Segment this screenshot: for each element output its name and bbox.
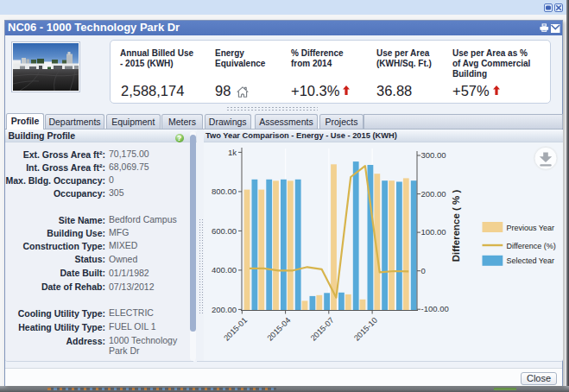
- svg-text:400.00: 400.00: [212, 265, 237, 275]
- svg-text:-100.00: -100.00: [421, 304, 449, 313]
- svg-text:0: 0: [421, 266, 426, 275]
- svg-text:Difference ( % ): Difference ( % ): [451, 189, 461, 262]
- svg-text:Selected Year: Selected Year: [507, 256, 555, 265]
- svg-text:200.00: 200.00: [421, 189, 446, 199]
- svg-text:800.00: 800.00: [212, 187, 237, 196]
- svg-text:1k: 1k: [228, 148, 237, 157]
- svg-text:2015-07: 2015-07: [309, 316, 336, 343]
- svg-text:100.00: 100.00: [421, 227, 446, 237]
- svg-text:200.00: 200.00: [212, 305, 237, 314]
- svg-text:Difference (%): Difference (%): [507, 242, 556, 250]
- svg-text:2015-10: 2015-10: [352, 316, 379, 343]
- svg-text:2015-01: 2015-01: [222, 316, 249, 343]
- svg-text:300.00: 300.00: [421, 150, 446, 160]
- svg-text:600.00: 600.00: [212, 226, 237, 236]
- svg-text:2015-04: 2015-04: [266, 316, 293, 343]
- svg-text:Previous Year: Previous Year: [507, 224, 555, 232]
